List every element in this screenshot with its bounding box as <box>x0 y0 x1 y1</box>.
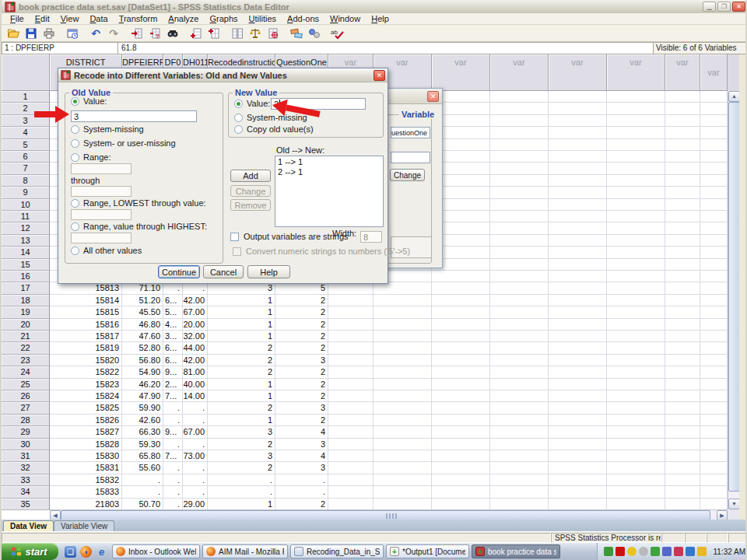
grid-cell[interactable]: 59.90 <box>122 402 163 414</box>
grid-cell[interactable] <box>607 247 665 258</box>
row-header[interactable]: 5 <box>2 139 50 151</box>
grid-cell[interactable] <box>328 366 374 378</box>
insert-cases-icon[interactable] <box>188 26 205 40</box>
grid-cell[interactable] <box>490 295 549 306</box>
taskbar-button[interactable]: +*Output1 [Document... <box>386 544 469 558</box>
vertical-scroll-thumb[interactable] <box>728 102 739 492</box>
range-to-input[interactable] <box>71 186 132 197</box>
scroll-right-icon[interactable]: ▶ <box>717 510 728 520</box>
grid-cell[interactable] <box>328 342 374 354</box>
range-highest-input[interactable] <box>71 233 132 243</box>
grid-cell[interactable] <box>700 187 728 198</box>
grid-cell[interactable] <box>700 222 728 234</box>
grid-cell[interactable] <box>432 499 490 510</box>
grid-cell[interactable] <box>700 163 728 174</box>
grid-cell[interactable] <box>328 379 374 390</box>
grid-cell[interactable]: 67.00 <box>183 426 208 438</box>
grid-cell[interactable]: 59.30 <box>122 439 163 450</box>
grid-cell[interactable] <box>665 91 700 103</box>
grid-cell[interactable] <box>700 175 728 187</box>
row-header[interactable]: 14 <box>2 247 50 258</box>
grid-cell[interactable]: 81.00 <box>183 366 208 378</box>
grid-cell[interactable]: 40.00 <box>183 379 208 390</box>
grid-cell[interactable] <box>665 103 700 114</box>
grid-cell[interactable]: 4 <box>275 450 328 462</box>
grid-cell[interactable] <box>549 91 607 103</box>
grid-cell[interactable] <box>490 259 549 271</box>
grid-cell[interactable] <box>700 379 728 390</box>
grid-cell[interactable] <box>607 379 665 390</box>
copy-old-values-radio[interactable]: Copy old value(s) <box>234 124 314 134</box>
menu-data[interactable]: Data <box>84 14 113 23</box>
grid-cell[interactable]: 15815 <box>50 306 122 318</box>
grid-cell[interactable] <box>700 127 728 138</box>
grid-cell[interactable] <box>607 306 665 318</box>
grid-cell[interactable] <box>490 379 549 390</box>
grid-cell[interactable]: 5 <box>275 282 328 294</box>
grid-cell[interactable] <box>490 163 549 174</box>
grid-cell[interactable] <box>490 462 549 474</box>
grid-cell[interactable] <box>490 247 549 258</box>
grid-cell[interactable] <box>549 342 607 354</box>
grid-cell[interactable] <box>607 402 665 414</box>
grid-cell[interactable]: 2 <box>275 499 328 510</box>
grid-cell[interactable] <box>432 390 490 402</box>
firefox-icon[interactable]: ◖ <box>80 546 92 558</box>
row-header[interactable]: 34 <box>2 486 50 498</box>
cancel-button[interactable]: Cancel <box>203 265 244 278</box>
grid-cell[interactable] <box>607 474 665 486</box>
grid-cell[interactable]: 71.10 <box>122 282 163 294</box>
grid-cell[interactable] <box>607 486 665 498</box>
grid-cell[interactable]: 9... <box>163 426 183 438</box>
grid-cell[interactable]: 56.80 <box>122 355 163 366</box>
grid-cell[interactable] <box>665 115 700 127</box>
undo-icon[interactable]: ↶ <box>87 26 104 40</box>
grid-cell[interactable] <box>549 331 607 342</box>
security-alert-icon[interactable] <box>674 547 683 556</box>
grid-cell[interactable] <box>665 331 700 342</box>
grid-cell[interactable] <box>665 235 700 247</box>
grid-cell[interactable]: 15817 <box>50 331 122 342</box>
grid-cell[interactable] <box>665 390 700 402</box>
row-header[interactable]: 12 <box>2 222 50 234</box>
goto-case-icon[interactable] <box>128 26 146 40</box>
grid-cell[interactable] <box>490 342 549 354</box>
grid-cell[interactable] <box>665 211 700 222</box>
grid-cell[interactable] <box>607 222 665 234</box>
grid-cell[interactable]: 67.00 <box>183 306 208 318</box>
grid-cell[interactable] <box>490 499 549 510</box>
dialog-title-bar[interactable]: Recode into Different Variables: Old and… <box>58 68 388 82</box>
open-file-icon[interactable] <box>5 26 22 40</box>
grid-cell[interactable] <box>374 415 432 426</box>
help-button[interactable]: Help <box>247 265 290 278</box>
minimize-icon[interactable]: ▁ <box>703 2 716 12</box>
grid-cell[interactable] <box>700 415 728 426</box>
grid-cell[interactable] <box>607 390 665 402</box>
row-header[interactable]: 8 <box>2 175 50 187</box>
row-header[interactable]: 26 <box>2 390 50 402</box>
row-header[interactable]: 9 <box>2 187 50 198</box>
row-header[interactable]: 17 <box>2 282 50 294</box>
grid-cell[interactable] <box>549 319 607 331</box>
grid-cell[interactable]: 3 <box>275 439 328 450</box>
grid-cell[interactable]: 52.80 <box>122 342 163 354</box>
grid-cell[interactable] <box>490 450 549 462</box>
grid-cell[interactable] <box>607 115 665 127</box>
tab-variable-view[interactable]: Variable View <box>54 520 114 531</box>
grid-cell[interactable] <box>328 450 374 462</box>
grid-cell[interactable] <box>374 331 432 342</box>
grid-cell[interactable] <box>665 379 700 390</box>
grid-cell[interactable]: . <box>122 486 163 498</box>
grid-cell[interactable] <box>432 331 490 342</box>
grid-cell[interactable] <box>374 366 432 378</box>
remote-desktop-icon[interactable]: ❏ <box>65 546 76 558</box>
output-variable-label-field[interactable] <box>391 152 430 163</box>
scroll-down-icon[interactable]: ▼ <box>728 499 739 509</box>
grid-cell[interactable] <box>432 462 490 474</box>
shield-icon[interactable] <box>697 547 707 556</box>
grid-cell[interactable] <box>432 426 490 438</box>
grid-cell[interactable] <box>490 91 549 103</box>
cell-value-field[interactable]: 61.8 <box>118 42 654 54</box>
grid-cell[interactable]: . <box>163 486 183 498</box>
row-header[interactable]: 22 <box>2 342 50 354</box>
